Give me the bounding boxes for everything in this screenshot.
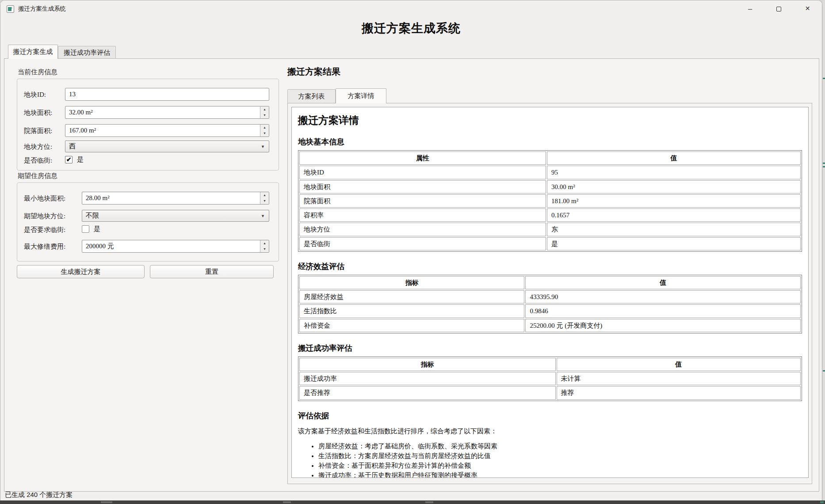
value-cell: 0.1657 (547, 208, 801, 222)
desktop-artifact (823, 166, 825, 167)
column-header: 属性 (299, 152, 546, 165)
success-rate-table: 指标 值 搬迁成功率 未计算 是否推荐 推荐 (298, 356, 802, 401)
desktop-bottom-strip (0, 500, 825, 504)
desktop-artifact (820, 501, 824, 503)
attr-cell: 补偿资金 (299, 319, 524, 332)
plan-detail-scroll-area[interactable]: 搬迁方案详情 地块基本信息 属性 值 地块ID 95 地块面积 30.00 m² (291, 107, 809, 478)
spin-up-button[interactable]: ▲ (260, 106, 269, 113)
generate-plan-button[interactable]: 生成搬迁方案 (17, 265, 145, 278)
column-header: 指标 (299, 358, 556, 371)
desktop-artifact (823, 78, 825, 79)
spin-down-button[interactable]: ▼ (260, 131, 269, 137)
street-facing-checkbox[interactable]: ✔ (65, 156, 73, 163)
success-rate-heading: 搬迁成功率评估 (298, 343, 802, 353)
max-repair-cost-spinbox[interactable]: 200000 元 ▲ ▼ (82, 240, 269, 253)
min-plot-area-spin-buttons: ▲ ▼ (260, 192, 269, 204)
basic-info-heading: 地块基本信息 (298, 136, 802, 147)
column-header: 值 (525, 276, 801, 289)
plot-area-spinbox[interactable]: 32.00 m² ▲ ▼ (65, 106, 269, 119)
window-title: 搬迁方案生成系统 (18, 5, 66, 13)
desktop-artifact (283, 501, 291, 503)
tab-plan-generation[interactable]: 搬迁方案生成 (8, 45, 58, 59)
maximize-icon (776, 7, 781, 11)
min-plot-area-value: 28.00 m² (86, 194, 110, 202)
column-header: 值 (557, 358, 801, 371)
tab-plan-detail[interactable]: 方案详情 (336, 88, 386, 103)
require-street-checkbox[interactable] (82, 225, 89, 233)
basic-info-table: 属性 值 地块ID 95 地块面积 30.00 m² 院落面积 181.00 m… (298, 150, 802, 252)
desktop-side-strip (823, 0, 825, 500)
yard-area-value: 167.00 m² (69, 127, 96, 134)
orientation-label: 地块方位: (24, 143, 52, 151)
plot-id-input[interactable]: 13 (65, 88, 269, 101)
app-icon-teal-block (8, 7, 11, 11)
app-icon-bar (11, 7, 12, 9)
spin-down-button[interactable]: ▼ (260, 198, 269, 205)
app-window: 搬迁方案生成系统 ─ ✕ 搬迁方案生成系统 搬迁方案生成 搬迁成功率评估 当前住… (0, 0, 822, 500)
reset-button[interactable]: 重置 (150, 265, 274, 278)
desktop-artifact (101, 501, 112, 503)
expected-housing-group-title: 期望住房信息 (18, 172, 57, 180)
list-item: 房屋经济效益：考虑了基础房价、临街系数、采光系数等因素 (318, 442, 802, 451)
attr-cell: 是否推荐 (299, 386, 556, 399)
table-row: 地块ID 95 (299, 166, 801, 179)
value-cell: 是 (547, 237, 801, 250)
tab-plan-generation-label: 搬迁方案生成 (13, 48, 53, 56)
min-plot-area-spinbox[interactable]: 28.00 m² ▲ ▼ (82, 192, 269, 205)
value-cell: 0.9846 (525, 304, 801, 318)
value-cell: 推荐 (557, 386, 801, 399)
value-cell: 东 (547, 223, 801, 236)
table-row: 是否临街 是 (299, 237, 801, 250)
attr-cell: 容积率 (299, 208, 546, 222)
spin-up-button[interactable]: ▲ (260, 240, 269, 246)
plot-area-value: 32.00 m² (69, 109, 93, 116)
max-repair-cost-label: 最大修缮费用: (24, 243, 65, 251)
table-row: 院落面积 181.00 m² (299, 194, 801, 208)
minimize-button[interactable]: ─ (736, 0, 764, 17)
column-header: 指标 (299, 276, 524, 289)
spin-up-button[interactable]: ▲ (260, 192, 269, 198)
desktop-artifact (425, 501, 433, 503)
tab-plan-list[interactable]: 方案列表 (287, 89, 336, 103)
table-row: 房屋经济效益 433395.90 (299, 290, 801, 303)
spin-up-button[interactable]: ▲ (260, 125, 269, 131)
close-button[interactable]: ✕ (793, 0, 822, 17)
max-repair-cost-spin-buttons: ▲ ▼ (260, 240, 269, 252)
title-bar[interactable]: 搬迁方案生成系统 ─ ✕ (0, 0, 822, 17)
expected-orientation-select[interactable]: 不限 ▼ (82, 210, 269, 222)
spin-down-button[interactable]: ▼ (260, 113, 269, 119)
window-controls: ─ ✕ (736, 0, 822, 17)
street-facing-label: 是否临街: (24, 156, 52, 165)
table-row: 地块面积 30.00 m² (299, 180, 801, 193)
list-item: 搬迁成功率：基于历史数据和用户特征预测的接受概率 (318, 471, 802, 478)
attr-cell: 搬迁成功率 (299, 372, 556, 385)
table-header-row: 属性 值 (299, 152, 801, 165)
list-item: 补偿资金：基于面积差异和方位差异计算的补偿金额 (318, 461, 802, 470)
value-cell: 433395.90 (525, 290, 801, 303)
list-item: 生活指数比：方案房屋经济效益与当前房屋经济效益的比值 (318, 451, 802, 461)
table-row: 搬迁成功率 未计算 (299, 372, 801, 385)
value-cell: 30.00 m² (547, 180, 801, 193)
economic-eval-table: 指标 值 房屋经济效益 433395.90 生活指数比 0.9846 补偿资金 … (298, 275, 802, 333)
basis-intro: 该方案基于经济效益和生活指数比进行排序，综合考虑了以下因素： (298, 427, 802, 436)
economic-eval-heading: 经济效益评估 (298, 261, 802, 272)
chevron-down-icon: ▼ (261, 214, 265, 218)
desktop-artifact (823, 370, 825, 371)
plot-area-spin-buttons: ▲ ▼ (260, 106, 269, 118)
maximize-button[interactable] (764, 0, 793, 17)
basis-list: 房屋经济效益：考虑了基础房价、临街系数、采光系数等因素 生活指数比：方案房屋经济… (318, 442, 802, 478)
yard-area-spinbox[interactable]: 167.00 m² ▲ ▼ (65, 124, 269, 137)
table-row: 是否推荐 推荐 (299, 386, 801, 399)
tab-success-rate-evaluation[interactable]: 搬迁成功率评估 (58, 46, 116, 59)
desktop-artifact (823, 163, 825, 164)
attr-cell: 生活指数比 (299, 304, 524, 318)
yard-area-spin-buttons: ▲ ▼ (260, 125, 269, 136)
close-icon: ✕ (805, 6, 810, 12)
orientation-select[interactable]: 西 ▼ (65, 140, 269, 152)
street-facing-checkrow: ✔ 是 (65, 155, 84, 164)
attr-cell: 院落面积 (299, 194, 546, 208)
spin-down-button[interactable]: ▼ (260, 246, 269, 253)
require-street-label: 是否要求临街: (24, 226, 65, 234)
table-header-row: 指标 值 (299, 276, 801, 289)
min-plot-area-label: 最小地块面积: (24, 194, 65, 203)
